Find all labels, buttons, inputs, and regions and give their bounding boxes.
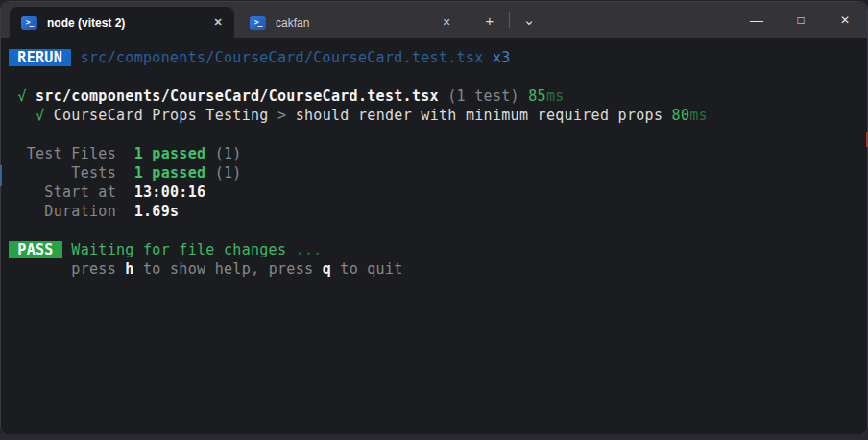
terminal-text-segment: PASS [9,241,62,258]
terminal-line: Test Files 1 passed (1) [9,144,859,163]
terminal-line [9,125,859,144]
terminal-text-segment: 1.69s [134,203,180,220]
minimize-icon: — [750,12,763,28]
terminal-line: √ src/components/CourseCard/CourseCard.t… [9,86,859,106]
terminal-text-segment: ms [546,87,565,105]
tab-close-icon[interactable]: ✕ [207,12,229,34]
terminal-text-segment: √ [17,87,26,105]
terminal-text-segment [519,87,528,105]
tab-title: node (vitest 2) [47,16,207,30]
terminal-text-segment: q [323,260,331,278]
terminal-text-segment: Test Files [9,145,134,162]
terminal-text-segment [62,241,71,258]
terminal-line: RERUN src/components/CourseCard/CourseCa… [9,48,859,67]
terminal-text-segment: (1 test) [447,87,519,105]
titlebar: >_ node (vitest 2) ✕ >_ cakfan ✕ + ⌄ — □ [1,2,867,38]
terminal-text-segment: x3 [493,49,511,66]
terminal-text-segment [9,87,17,105]
terminal-text-segment [9,107,36,124]
tab-strip: >_ node (vitest 2) ✕ >_ cakfan ✕ [1,2,467,38]
tab-dropdown-button[interactable]: ⌄ [513,6,545,35]
terminal-line: press h to show help, press q to quit [9,259,859,279]
tab-close-icon[interactable]: ✕ [436,12,457,34]
powershell-icon: >_ [21,16,37,30]
terminal-text-segment: Start at [9,183,134,201]
terminal-text-segment: > [277,107,286,124]
terminal-text-segment: 85 [528,87,546,105]
terminal-text-segment: Duration [9,203,134,220]
terminal-text-segment: CourseCard Props Testing [54,107,269,124]
terminal-text-segment: ... [286,241,322,258]
terminal-text-segment [71,49,80,66]
titlebar-divider [509,12,510,28]
close-icon: ✕ [840,13,850,27]
terminal-text-segment: √ [36,107,44,124]
terminal-text-segment: 1 passed [134,164,206,182]
terminal-text-segment [439,87,447,105]
terminal-output[interactable]: RERUN src/components/CourseCard/CourseCa… [1,38,867,434]
tab-cakfan[interactable]: >_ cakfan ✕ [238,7,463,38]
terminal-line: √ CourseCard Props Testing > should rend… [9,106,859,125]
terminal-text-segment: should render with minimum required prop… [296,107,663,124]
terminal-text-segment: RERUN [9,49,71,66]
terminal-text-segment: 1 passed [134,145,206,162]
terminal-text-segment: (1) [215,164,242,182]
terminal-text-segment: 13:00:16 [134,183,206,201]
terminal-text-segment: press [71,260,125,278]
terminal-line: Duration 1.69s [9,202,859,221]
terminal-text-segment [205,164,214,182]
tab-title: cakfan [276,16,436,30]
terminal-window: >_ node (vitest 2) ✕ >_ cakfan ✕ + ⌄ — □ [1,2,867,434]
terminal-text-segment: (1) [215,145,242,162]
terminal-line [9,67,859,86]
terminal-text-segment [663,107,671,124]
maximize-button[interactable]: □ [779,2,823,38]
terminal-line [9,221,859,240]
terminal-text-segment [484,49,493,66]
titlebar-drag-area[interactable] [545,2,735,38]
terminal-text-segment: h [125,260,133,278]
terminal-line: PASS Waiting for file changes ... [9,240,859,259]
new-tab-button[interactable]: + [473,6,506,35]
terminal-text-segment: src/components/CourseCard/CourseCard.tes… [36,87,439,105]
terminal-text-segment: Waiting for file changes [71,241,286,258]
tab-node-vitest[interactable]: >_ node (vitest 2) ✕ [10,7,234,38]
minimize-button[interactable]: — [735,2,779,38]
close-button[interactable]: ✕ [823,2,867,38]
terminal-text-segment [269,107,277,124]
chevron-down-icon: ⌄ [523,12,536,29]
maximize-icon: □ [797,13,804,27]
terminal-text-segment: 80 [672,107,690,124]
titlebar-divider [470,12,470,28]
desktop-background-strip [0,434,868,440]
terminal-text-segment [27,87,36,105]
wallpaper-edge-accent [0,165,2,186]
terminal-text-segment: to quit [331,260,403,278]
terminal-line: Tests 1 passed (1) [9,163,859,183]
terminal-text-segment [286,107,295,124]
plus-icon: + [486,12,494,29]
terminal-line: Start at 13:00:16 [9,183,859,202]
terminal-text-segment [205,145,214,162]
terminal-text-segment [44,107,53,124]
terminal-text-segment: to show help, press [134,260,323,278]
window-controls: — □ ✕ [735,2,867,38]
terminal-text-segment: ms [689,107,708,124]
powershell-icon: >_ [250,16,266,30]
terminal-text-segment: Tests [9,164,134,182]
terminal-text-segment: src/components/CourseCard/CourseCard.tes… [81,49,484,66]
terminal-text-segment [9,260,71,278]
